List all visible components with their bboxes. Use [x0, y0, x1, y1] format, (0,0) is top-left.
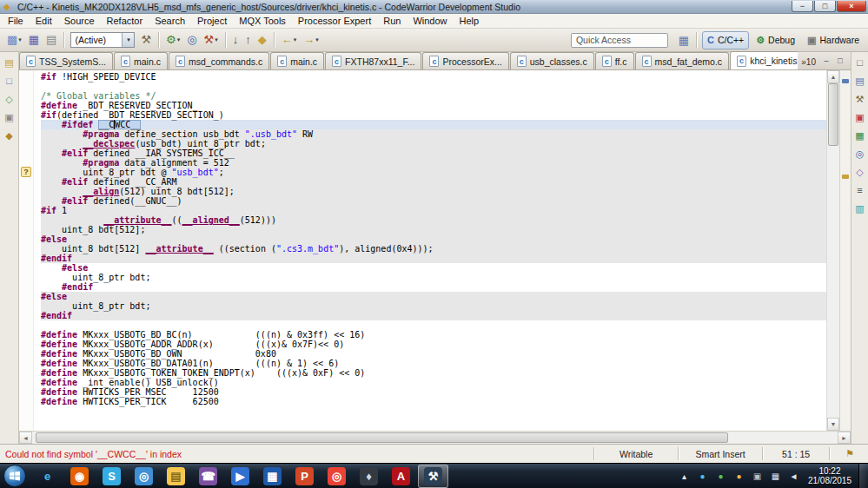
vertical-scrollbar[interactable]: ▲ ▼ — [826, 70, 839, 431]
next-annotation-button[interactable]: ↓ — [230, 31, 242, 49]
code-line[interactable]: #define MKxxx_USBOTG_BD_BC(n) (((n) & 0x… — [41, 330, 826, 340]
overview-mark[interactable] — [842, 175, 849, 179]
minimized-project-explorer-icon[interactable]: ▤ — [3, 56, 17, 69]
horizontal-scroll-thumb[interactable] — [36, 432, 728, 443]
tab-main-c[interactable]: cmain.c — [270, 52, 324, 69]
menu-item-processor-expert[interactable]: Processor Expert — [292, 15, 377, 27]
build-view-icon[interactable]: ⚒ — [853, 92, 867, 106]
last-edit-location-button[interactable]: ◆ — [255, 31, 269, 49]
quick-access-input[interactable] — [571, 33, 668, 48]
tray-app-icon-2[interactable]: ● — [713, 469, 728, 484]
memory-view-icon[interactable]: ▥ — [853, 201, 867, 215]
forward-button[interactable]: →▾ — [301, 31, 321, 49]
minimized-view-2-icon[interactable]: □ — [3, 74, 17, 88]
code-line[interactable]: #if 1 — [41, 206, 826, 215]
code-line[interactable]: #endif — [41, 254, 826, 263]
previous-annotation-button[interactable]: ↑ — [242, 31, 254, 49]
outline-view-icon[interactable]: ▤ — [853, 74, 867, 88]
taskbar-media-player[interactable]: ▶ — [225, 465, 255, 488]
minimized-view-5-icon[interactable]: ◆ — [3, 129, 17, 142]
horizontal-scroll-track[interactable] — [32, 432, 838, 444]
taskbar-app-blue[interactable]: ▦ — [257, 465, 288, 488]
taskbar-internet-explorer[interactable]: e — [32, 465, 63, 488]
external-tools-button[interactable]: ⚒▾ — [202, 31, 221, 49]
code-line[interactable]: #define _int_enable() USB_unlock() — [41, 378, 826, 387]
vertical-scroll-track[interactable] — [827, 83, 839, 418]
code-line[interactable]: #pragma data_alignment = 512 — [41, 158, 826, 168]
annotation-ruler[interactable]: ? — [19, 70, 34, 431]
code-line[interactable]: __attribute__((__aligned__(512))) — [41, 215, 826, 225]
code-line[interactable]: #else — [41, 292, 826, 301]
tab-msd-fat-demo-c[interactable]: cmsd_fat_demo.c — [635, 52, 730, 69]
tab-usb-classes-c[interactable]: cusb_classes.c — [510, 52, 594, 69]
tab-fxth87xx11-f[interactable]: cFXTH87xx11_F... — [325, 52, 421, 69]
open-perspective-icon[interactable]: ▦ — [675, 31, 692, 49]
maximize-button[interactable]: □ — [814, 1, 836, 12]
tab-ff-c[interactable]: cff.c — [595, 52, 634, 69]
volume-icon[interactable]: ◄ — [786, 469, 801, 484]
tab-overflow-indicator[interactable]: »10 — [798, 57, 819, 69]
tray-app-icon-4[interactable]: ▣ — [750, 469, 765, 484]
code-line[interactable]: /* Global variables */ — [41, 91, 826, 101]
code-line[interactable]: #if !HIGH_SPEED_DEVICE — [41, 72, 826, 82]
minimized-view-3-icon[interactable]: ◇ — [3, 92, 17, 106]
maximize-view-icon[interactable]: □ — [833, 55, 847, 67]
code-line[interactable]: #define MKxxx_USBOTG_TOKEN_TOKEN_ENDPT(x… — [41, 368, 826, 378]
tab-msd-commands-c[interactable]: cmsd_commands.c — [169, 52, 269, 69]
menu-item-source[interactable]: Source — [58, 15, 101, 27]
tray-app-icon-3[interactable]: ● — [732, 469, 746, 484]
tab-main-c[interactable]: cmain.c — [114, 52, 168, 69]
start-button[interactable] — [3, 465, 26, 487]
code-line[interactable]: #elif defined __IAR_SYSTEMS_ICC__ — [41, 148, 826, 158]
code-line[interactable]: #define _BDT_RESERVED_SECTION_ — [41, 101, 826, 110]
back-button[interactable]: ←▾ — [279, 31, 300, 49]
taskbar-viber[interactable]: ☎ — [193, 465, 223, 488]
code-line[interactable]: #elif defined __CC_ARM — [41, 177, 826, 187]
code-line[interactable]: uint_8 bdt[512] __attribute__ ((section … — [41, 244, 826, 254]
code-line[interactable]: uint_8_ptr bdt; — [41, 273, 826, 282]
taskbar-clock[interactable]: 10:22 21/08/2015 — [808, 466, 851, 485]
save-button[interactable]: ▦ — [26, 31, 42, 49]
perspective-c-c[interactable]: CC/C++ — [702, 31, 749, 49]
code-line[interactable]: uint_8 bdt[512]; — [41, 225, 826, 234]
scroll-down-icon[interactable]: ▼ — [827, 418, 839, 431]
title-bar[interactable]: ◆ C/C++ - Kinetis_MK20DX128VLH5_msd_mfs_… — [0, 0, 868, 14]
taskbar-adobe-reader[interactable]: A — [386, 465, 416, 488]
overview-mark[interactable] — [842, 79, 849, 83]
code-line[interactable]: #endif — [41, 311, 826, 320]
build-button[interactable]: ⚒ — [138, 31, 154, 49]
scroll-up-icon[interactable]: ▲ — [827, 70, 839, 83]
menu-item-window[interactable]: Window — [407, 15, 453, 27]
taskbar-powerpoint[interactable]: P — [289, 465, 320, 488]
code-line[interactable]: #define MKxxx_USBOTG_ADDR_ADDR(x) (((x)&… — [41, 340, 826, 349]
perspective-debug[interactable]: ⚙Debug — [751, 31, 800, 49]
search-button[interactable]: ◎ — [184, 31, 199, 49]
annotation-marker-icon[interactable]: ? — [21, 167, 31, 177]
minimize-view-icon[interactable]: – — [819, 55, 833, 67]
menu-item-edit[interactable]: Edit — [30, 15, 58, 27]
status-flag-icon[interactable]: ⚑ — [845, 448, 854, 459]
code-line[interactable]: #else — [41, 234, 826, 244]
scroll-left-icon[interactable]: ◄ — [19, 432, 32, 444]
tray-app-icon-1[interactable]: ● — [695, 469, 710, 484]
minimize-button[interactable]: − — [792, 1, 813, 12]
code-line[interactable]: #ifdef __CWCC__ — [41, 120, 826, 129]
taskbar-chrome[interactable]: ◎ — [321, 465, 352, 488]
menu-item-project[interactable]: Project — [191, 15, 233, 27]
save-all-button[interactable]: ▤ — [43, 31, 59, 49]
code-area[interactable]: #if !HIGH_SPEED_DEVICE /* Global variabl… — [34, 70, 826, 431]
menu-item-mqx-tools[interactable]: MQX Tools — [233, 15, 292, 27]
code-line[interactable] — [41, 82, 826, 91]
taskbar-skype[interactable]: S — [96, 465, 127, 488]
tab-tss-systems[interactable]: cTSS_SystemS... — [19, 52, 113, 69]
code-line[interactable]: #pragma define_section usb_bdt ".usb_bdt… — [41, 129, 826, 139]
taskbar-safari[interactable]: ◎ — [129, 465, 159, 488]
code-line[interactable]: __declspec(usb_bdt) uint_8_ptr bdt; — [41, 139, 826, 148]
tab-processorex[interactable]: cProcessorEx... — [422, 52, 508, 69]
menu-item-help[interactable]: Help — [454, 15, 486, 27]
menu-item-run[interactable]: Run — [377, 15, 407, 27]
call-hierarchy-view-icon[interactable]: ◇ — [853, 165, 867, 179]
taskbar-firefox[interactable]: ◉ — [64, 465, 95, 488]
network-icon[interactable]: ▦ — [768, 469, 783, 484]
new-wizard-button[interactable]: ▩▾ — [4, 31, 24, 49]
